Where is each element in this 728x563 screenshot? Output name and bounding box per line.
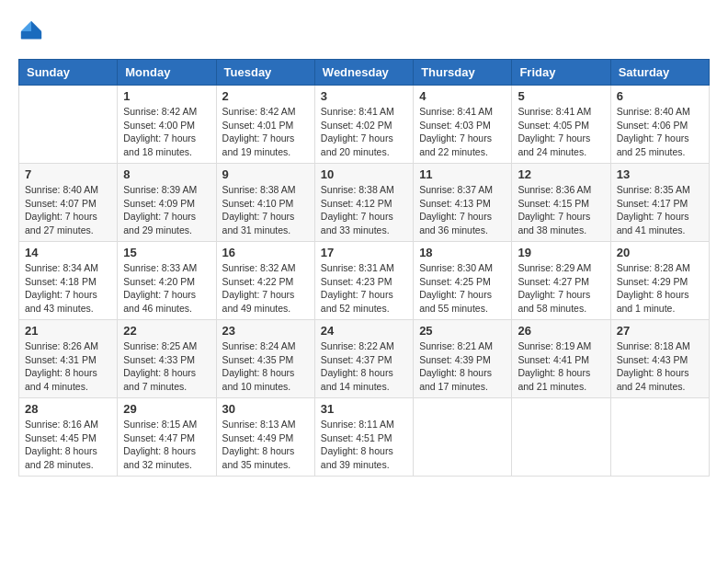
- daylight-text: Daylight: 7 hours and 22 minutes.: [419, 132, 492, 157]
- day-info: Sunrise: 8:21 AMSunset: 4:39 PMDaylight:…: [419, 339, 506, 394]
- sunset-text: Sunset: 4:17 PM: [617, 198, 688, 209]
- calendar-cell: 14Sunrise: 8:34 AMSunset: 4:18 PMDayligh…: [19, 242, 118, 320]
- day-info: Sunrise: 8:15 AMSunset: 4:47 PMDaylight:…: [123, 418, 210, 472]
- daylight-text: Daylight: 7 hours and 49 minutes.: [222, 289, 295, 314]
- sunset-text: Sunset: 4:27 PM: [518, 276, 589, 287]
- sunset-text: Sunset: 4:22 PM: [222, 276, 294, 287]
- sunset-text: Sunset: 4:33 PM: [123, 354, 195, 365]
- sunrise-text: Sunrise: 8:11 AM: [321, 419, 394, 430]
- sunrise-text: Sunrise: 8:29 AM: [518, 262, 591, 273]
- sunrise-text: Sunrise: 8:37 AM: [419, 184, 493, 195]
- calendar-cell: 3Sunrise: 8:41 AMSunset: 4:02 PMDaylight…: [314, 86, 413, 164]
- day-number: 29: [123, 402, 210, 416]
- sunrise-text: Sunrise: 8:42 AM: [222, 106, 296, 117]
- sunrise-text: Sunrise: 8:42 AM: [123, 106, 197, 117]
- sunset-text: Sunset: 4:03 PM: [419, 120, 491, 131]
- calendar-cell: 27Sunrise: 8:18 AMSunset: 4:43 PMDayligh…: [610, 320, 709, 398]
- day-info: Sunrise: 8:41 AMSunset: 4:05 PMDaylight:…: [518, 105, 604, 159]
- day-number: 20: [617, 246, 703, 259]
- sunrise-text: Sunrise: 8:31 AM: [321, 262, 394, 273]
- calendar-cell: 13Sunrise: 8:35 AMSunset: 4:17 PMDayligh…: [610, 164, 709, 242]
- day-info: Sunrise: 8:26 AMSunset: 4:31 PMDaylight:…: [25, 339, 111, 394]
- day-number: 14: [25, 246, 111, 259]
- day-number: 24: [321, 324, 407, 338]
- day-number: 2: [222, 89, 309, 103]
- day-info: Sunrise: 8:24 AMSunset: 4:35 PMDaylight:…: [222, 339, 309, 394]
- calendar-cell: 17Sunrise: 8:31 AMSunset: 4:23 PMDayligh…: [314, 242, 413, 320]
- day-info: Sunrise: 8:42 AMSunset: 4:01 PMDaylight:…: [222, 105, 309, 159]
- sunrise-text: Sunrise: 8:33 AM: [123, 262, 197, 273]
- sunset-text: Sunset: 4:45 PM: [25, 432, 97, 443]
- sunrise-text: Sunrise: 8:39 AM: [123, 184, 197, 195]
- sunset-text: Sunset: 4:06 PM: [617, 120, 688, 131]
- daylight-text: Daylight: 7 hours and 58 minutes.: [518, 289, 590, 314]
- calendar-cell: 23Sunrise: 8:24 AMSunset: 4:35 PMDayligh…: [216, 320, 314, 398]
- svg-marker-0: [31, 21, 41, 31]
- sunset-text: Sunset: 4:00 PM: [123, 120, 195, 131]
- sunrise-text: Sunrise: 8:40 AM: [617, 106, 690, 117]
- daylight-text: Daylight: 7 hours and 41 minutes.: [617, 211, 689, 236]
- calendar-header-thursday: Thursday: [414, 60, 512, 86]
- daylight-text: Daylight: 7 hours and 43 minutes.: [25, 289, 97, 314]
- daylight-text: Daylight: 7 hours and 52 minutes.: [321, 289, 393, 314]
- calendar-cell: 25Sunrise: 8:21 AMSunset: 4:39 PMDayligh…: [414, 320, 512, 398]
- sunrise-text: Sunrise: 8:15 AM: [123, 419, 197, 430]
- day-number: 9: [222, 167, 309, 181]
- daylight-text: Daylight: 7 hours and 27 minutes.: [25, 211, 97, 236]
- daylight-text: Daylight: 8 hours and 39 minutes.: [321, 445, 393, 470]
- day-info: Sunrise: 8:18 AMSunset: 4:43 PMDaylight:…: [617, 339, 703, 394]
- sunrise-text: Sunrise: 8:32 AM: [222, 262, 296, 273]
- day-number: 22: [123, 324, 210, 338]
- sunrise-text: Sunrise: 8:24 AM: [222, 340, 296, 351]
- calendar-cell: [512, 398, 610, 477]
- sunset-text: Sunset: 4:47 PM: [123, 432, 195, 443]
- sunrise-text: Sunrise: 8:30 AM: [419, 262, 493, 273]
- sunset-text: Sunset: 4:12 PM: [321, 198, 392, 209]
- sunrise-text: Sunrise: 8:41 AM: [419, 106, 493, 117]
- daylight-text: Daylight: 7 hours and 46 minutes.: [123, 289, 196, 314]
- day-info: Sunrise: 8:40 AMSunset: 4:06 PMDaylight:…: [617, 105, 703, 159]
- day-number: 23: [222, 324, 309, 338]
- sunset-text: Sunset: 4:41 PM: [518, 354, 589, 365]
- daylight-text: Daylight: 8 hours and 10 minutes.: [222, 367, 295, 392]
- calendar-header-sunday: Sunday: [19, 60, 118, 86]
- day-number: 30: [222, 402, 309, 416]
- calendar-cell: 11Sunrise: 8:37 AMSunset: 4:13 PMDayligh…: [414, 164, 512, 242]
- page-header: [18, 18, 710, 44]
- calendar-cell: 28Sunrise: 8:16 AMSunset: 4:45 PMDayligh…: [19, 398, 118, 477]
- sunset-text: Sunset: 4:15 PM: [518, 198, 589, 209]
- day-number: 11: [419, 167, 506, 181]
- day-number: 16: [222, 246, 309, 259]
- sunrise-text: Sunrise: 8:18 AM: [617, 340, 690, 351]
- svg-marker-1: [21, 21, 31, 31]
- daylight-text: Daylight: 7 hours and 38 minutes.: [518, 211, 590, 236]
- sunrise-text: Sunrise: 8:25 AM: [123, 340, 197, 351]
- logo: [18, 18, 48, 44]
- calendar-cell: 10Sunrise: 8:38 AMSunset: 4:12 PMDayligh…: [314, 164, 413, 242]
- daylight-text: Daylight: 8 hours and 14 minutes.: [321, 367, 393, 392]
- svg-rect-2: [21, 31, 41, 39]
- day-number: 17: [321, 246, 407, 259]
- day-info: Sunrise: 8:39 AMSunset: 4:09 PMDaylight:…: [123, 183, 210, 237]
- sunset-text: Sunset: 4:05 PM: [518, 120, 589, 131]
- calendar-cell: 7Sunrise: 8:40 AMSunset: 4:07 PMDaylight…: [19, 164, 118, 242]
- day-number: 18: [419, 246, 506, 259]
- daylight-text: Daylight: 7 hours and 20 minutes.: [321, 132, 393, 157]
- calendar-week-5: 28Sunrise: 8:16 AMSunset: 4:45 PMDayligh…: [19, 398, 710, 477]
- daylight-text: Daylight: 8 hours and 4 minutes.: [25, 367, 97, 392]
- sunrise-text: Sunrise: 8:40 AM: [25, 184, 98, 195]
- daylight-text: Daylight: 8 hours and 1 minute.: [617, 289, 689, 314]
- day-number: 8: [123, 167, 210, 181]
- calendar-cell: 20Sunrise: 8:28 AMSunset: 4:29 PMDayligh…: [610, 242, 709, 320]
- sunset-text: Sunset: 4:39 PM: [419, 354, 491, 365]
- calendar-cell: 8Sunrise: 8:39 AMSunset: 4:09 PMDaylight…: [118, 164, 216, 242]
- sunrise-text: Sunrise: 8:41 AM: [518, 106, 591, 117]
- daylight-text: Daylight: 8 hours and 35 minutes.: [222, 445, 295, 470]
- day-number: 27: [617, 324, 703, 338]
- sunset-text: Sunset: 4:35 PM: [222, 354, 294, 365]
- calendar-header-wednesday: Wednesday: [314, 60, 413, 86]
- day-number: 19: [518, 246, 604, 259]
- day-info: Sunrise: 8:32 AMSunset: 4:22 PMDaylight:…: [222, 261, 309, 316]
- day-info: Sunrise: 8:28 AMSunset: 4:29 PMDaylight:…: [617, 261, 703, 316]
- daylight-text: Daylight: 8 hours and 32 minutes.: [123, 445, 196, 470]
